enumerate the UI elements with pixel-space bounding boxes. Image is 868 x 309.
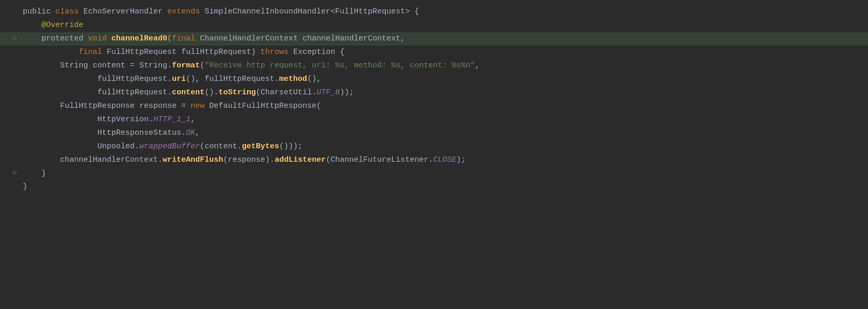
code-line: ⊟ protected void channelRead0(final Chan… <box>0 32 868 46</box>
code-content: protected void channelRead0(final Channe… <box>21 33 868 45</box>
code-editor: public class EchoServerHandler extends S… <box>0 0 868 309</box>
code-line: fullHttpRequest.uri(), fullHttpRequest.m… <box>0 73 868 86</box>
code-line: String content = String.format("Receive … <box>0 59 868 73</box>
gutter: ⊟ <box>0 34 21 44</box>
code-line: public class EchoServerHandler extends S… <box>0 5 868 19</box>
code-line: HttpVersion.HTTP_1_1, <box>0 113 868 127</box>
code-content: } <box>21 167 868 180</box>
code-content: String content = String.format("Receive … <box>21 60 868 72</box>
code-content: fullHttpRequest.uri(), fullHttpRequest.m… <box>21 73 868 86</box>
code-content: HttpResponseStatus.OK, <box>21 127 868 139</box>
code-content: channelHandlerContext.writeAndFlush(resp… <box>21 154 868 166</box>
code-line: Unpooled.wrappedBuffer(content.getBytes(… <box>0 140 868 153</box>
code-content: HttpVersion.HTTP_1_1, <box>21 114 868 126</box>
code-line: ⊟ } <box>0 167 868 180</box>
gutter: ⊟ <box>0 168 21 178</box>
code-content: @Override <box>21 19 868 32</box>
code-content: Unpooled.wrappedBuffer(content.getBytes(… <box>21 141 868 153</box>
code-line: fullHttpRequest.content().toString(Chars… <box>0 86 868 100</box>
code-line: channelHandlerContext.writeAndFlush(resp… <box>0 153 868 167</box>
code-line: @Override <box>0 19 868 32</box>
code-content: public class EchoServerHandler extends S… <box>21 6 868 18</box>
code-content: final FullHttpRequest fullHttpRequest) t… <box>21 46 868 59</box>
code-content: FullHttpResponse response = new DefaultF… <box>21 100 868 113</box>
code-line: } <box>0 180 868 194</box>
code-line: HttpResponseStatus.OK, <box>0 127 868 140</box>
code-line: FullHttpResponse response = new DefaultF… <box>0 100 868 113</box>
code-content: } <box>21 181 868 193</box>
code-line: final FullHttpRequest fullHttpRequest) t… <box>0 46 868 59</box>
code-content: fullHttpRequest.content().toString(Chars… <box>21 87 868 99</box>
